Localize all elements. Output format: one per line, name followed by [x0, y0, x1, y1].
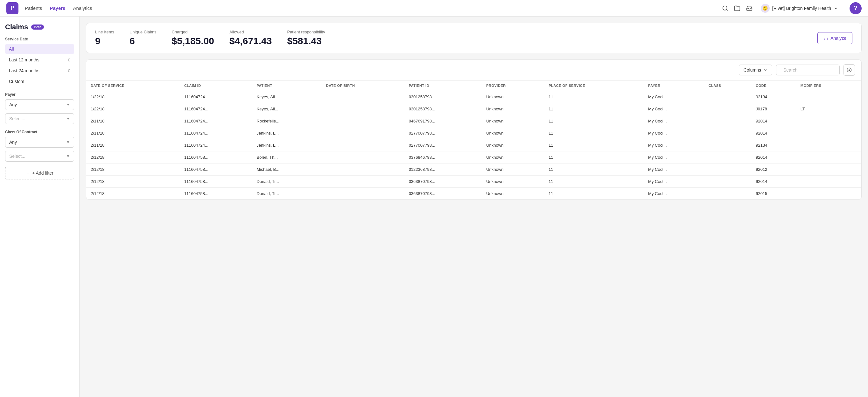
table-cell — [704, 91, 751, 103]
table-cell: Rockefelle... — [252, 115, 322, 127]
table-cell: 11 — [544, 139, 644, 151]
nav-links: Patients Payers Analytics — [25, 4, 92, 12]
table-cell: 111604724... — [180, 91, 252, 103]
table-cell: 92134 — [751, 139, 796, 151]
table-cell: 92012 — [751, 163, 796, 176]
table-cell — [704, 127, 751, 139]
col-provider[interactable]: PROVIDER — [482, 81, 544, 91]
date-filter-12months[interactable]: Last 12 months 0 — [5, 55, 74, 65]
table-cell: 111604758... — [180, 151, 252, 163]
table-cell: 0376846798... — [404, 151, 482, 163]
table-cell: 11 — [544, 188, 644, 200]
table-cell: 0363870798... — [404, 188, 482, 200]
table-cell: 111604724... — [180, 115, 252, 127]
col-payer[interactable]: PAYER — [644, 81, 704, 91]
table-cell: LT — [796, 103, 861, 115]
table-cell: 111604758... — [180, 188, 252, 200]
payer-label: Payer — [5, 92, 74, 97]
contract-select-wrapper: Select... ▼ — [5, 151, 74, 162]
table-cell — [796, 127, 861, 139]
table-cell: Unknown — [482, 176, 544, 188]
table-cell — [704, 151, 751, 163]
col-date-of-service[interactable]: DATE OF SERVICE — [86, 81, 180, 91]
col-code[interactable]: CODE — [751, 81, 796, 91]
table-row[interactable]: 2/11/18111604724...Jenkins, L...02770077… — [86, 127, 861, 139]
folder-icon-button[interactable] — [734, 5, 740, 11]
nav-payers[interactable]: Payers — [50, 4, 65, 12]
charged-value: $5,185.00 — [172, 36, 214, 47]
beta-badge: Beta — [31, 25, 44, 30]
columns-button[interactable]: Columns — [739, 65, 772, 75]
search-box — [776, 65, 840, 75]
table-row[interactable]: 2/12/18111604758...Donald, Tr...03638707… — [86, 176, 861, 188]
col-class[interactable]: CLASS — [704, 81, 751, 91]
table-row[interactable]: 2/11/18111604724...Rockefelle...04676917… — [86, 115, 861, 127]
col-patient-id[interactable]: PATIENT ID — [404, 81, 482, 91]
col-modifiers[interactable]: MODIFIERS — [796, 81, 861, 91]
col-place-of-service[interactable]: PLACE OF SERVICE — [544, 81, 644, 91]
table-cell: 0277007798... — [404, 139, 482, 151]
table-cell: 11 — [544, 103, 644, 115]
table-cell: 111604724... — [180, 103, 252, 115]
table-row[interactable]: 2/12/18111604758...Donald, Tr...03638707… — [86, 188, 861, 200]
download-button[interactable] — [843, 64, 855, 76]
table-cell: 11 — [544, 127, 644, 139]
payer-select[interactable]: Select... ▼ — [5, 113, 74, 124]
table-header: DATE OF SERVICE CLAIM ID PATIENT DATE OF… — [86, 81, 861, 91]
date-filter-all[interactable]: All — [5, 44, 74, 54]
search-input[interactable] — [783, 67, 839, 72]
table-cell — [704, 188, 751, 200]
table-cell: My Cool... — [644, 188, 704, 200]
allowed-summary: Allowed $4,671.43 — [229, 30, 272, 47]
table-cell: 0122368798... — [404, 163, 482, 176]
nav-analytics[interactable]: Analytics — [73, 4, 92, 12]
table-row[interactable]: 2/12/18111604758...Bolen, Th...037684679… — [86, 151, 861, 163]
table-row[interactable]: 2/12/18111604758...Michael, B...01223687… — [86, 163, 861, 176]
payer-any-select[interactable]: Any ▼ — [5, 99, 74, 110]
table-body: 1/22/18111604724...Keyes, Ali...03012587… — [86, 91, 861, 200]
logo-button[interactable]: P — [6, 2, 19, 14]
table-cell: Unknown — [482, 188, 544, 200]
table-cell: 1/22/18 — [86, 103, 180, 115]
table-cell: Unknown — [482, 163, 544, 176]
col-patient[interactable]: PATIENT — [252, 81, 322, 91]
org-selector[interactable]: 🙂 [Rivet] Brighton Family Health — [758, 3, 841, 14]
help-button[interactable]: ? — [849, 2, 862, 14]
table-cell: 1/22/18 — [86, 91, 180, 103]
svg-point-0 — [722, 6, 727, 10]
inbox-icon-button[interactable] — [746, 5, 752, 11]
table-cell: 2/11/18 — [86, 115, 180, 127]
table-cell: 111604758... — [180, 176, 252, 188]
table-cell: Keyes, Ali... — [252, 91, 322, 103]
contract-select[interactable]: Select... ▼ — [5, 151, 74, 162]
analyze-button[interactable]: Analyze — [817, 32, 852, 44]
add-filter-button[interactable]: ＋ + Add filter — [5, 167, 74, 179]
table-row[interactable]: 1/22/18111604724...Keyes, Ali...03012587… — [86, 103, 861, 115]
table-cell — [322, 163, 404, 176]
table-cell — [796, 91, 861, 103]
col-date-of-birth[interactable]: DATE OF BIRTH — [322, 81, 404, 91]
contract-any-select[interactable]: Any ▼ — [5, 137, 74, 148]
allowed-value: $4,671.43 — [229, 36, 272, 47]
table-cell: 0277007798... — [404, 127, 482, 139]
date-filter-24months[interactable]: Last 24 months 0 — [5, 65, 74, 76]
search-icon-button[interactable] — [722, 5, 728, 11]
table-cell — [322, 103, 404, 115]
nav-patients[interactable]: Patients — [25, 4, 42, 12]
col-claim-id[interactable]: CLAIM ID — [180, 81, 252, 91]
table-cell: Jenkins, L... — [252, 127, 322, 139]
table-cell: My Cool... — [644, 127, 704, 139]
contract-label: Class Of Contract — [5, 130, 74, 134]
table-cell: 11 — [544, 151, 644, 163]
table-cell: Jenkins, L... — [252, 139, 322, 151]
table-cell: Donald, Tr... — [252, 188, 322, 200]
chevron-down-icon: ▼ — [66, 102, 70, 107]
table-cell: 11 — [544, 91, 644, 103]
unique-claims-summary: Unique Claims 6 — [129, 30, 157, 47]
date-filter-custom[interactable]: Custom — [5, 77, 74, 87]
table-row[interactable]: 2/11/18111604724...Jenkins, L...02770077… — [86, 139, 861, 151]
table-row[interactable]: 1/22/18111604724...Keyes, Ali...03012587… — [86, 91, 861, 103]
chevron-down-icon: ▼ — [66, 140, 70, 145]
table-cell: 111604724... — [180, 139, 252, 151]
org-avatar: 🙂 — [761, 4, 770, 13]
